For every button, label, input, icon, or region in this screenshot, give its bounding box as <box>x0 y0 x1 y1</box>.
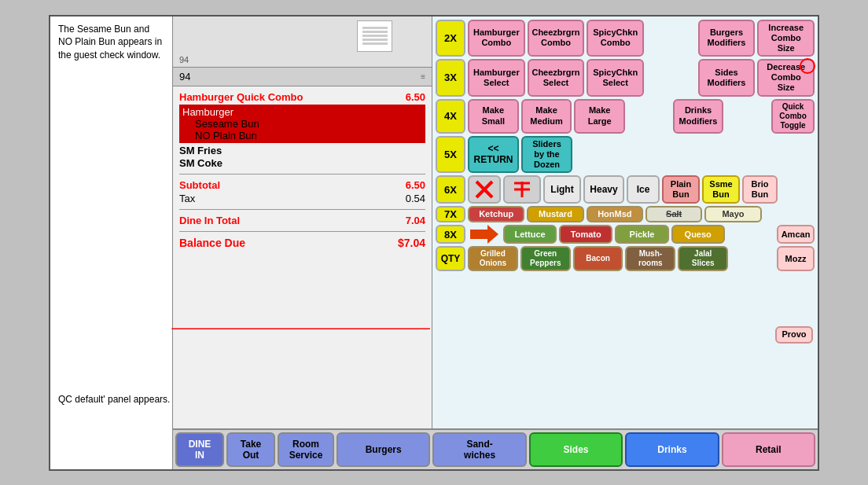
grid-row-6x: 6X Light <box>436 175 815 204</box>
mozz-btn[interactable]: Mozz <box>777 246 815 271</box>
dine-total-label: Dine In Total <box>179 215 240 226</box>
button-grid-area: 2X HamburgerCombo CheezbrgrnCombo SpicyC… <box>432 17 818 428</box>
subtotal-label: Subtotal <box>179 179 220 191</box>
balance-label: Balance Due <box>179 237 245 249</box>
drinks-modifiers-btn[interactable]: DrinksModifiers <box>673 99 724 134</box>
tomato-btn[interactable]: Tomato <box>559 225 612 244</box>
receipt-icon <box>357 20 392 52</box>
item1-label: Hamburger <box>182 106 422 118</box>
ketchup-btn[interactable]: Ketchup <box>468 206 524 222</box>
combo-price: 6.50 <box>406 91 425 103</box>
mult-6x[interactable]: 6X <box>436 175 465 204</box>
sliders-dozen-btn[interactable]: Slidersby theDozen <box>521 136 572 174</box>
nav-sandwiches[interactable]: Sand-wiches <box>432 432 526 467</box>
hamburger-combo-btn[interactable]: HamburgerCombo <box>468 20 525 57</box>
brio-bun-btn[interactable]: BrioBun <box>742 175 778 204</box>
sub1-label: Seseame Bun <box>182 118 422 130</box>
grid-row-3x: 3X HamburgerSelect CheezbrgrnSelect Spic… <box>436 59 815 97</box>
selected-item[interactable]: Hamburger Seseame Bun NO Plain Bun <box>179 105 425 143</box>
mushrooms-btn[interactable]: Mush-rooms <box>625 246 675 271</box>
plain-bun-btn[interactable]: PlainBun <box>662 175 700 204</box>
grid-row-5x: 5X << RETURN Slidersby theDozen <box>436 136 815 174</box>
pos-main: 94 94 ≡ Hamburger Quick Combo 6.50 Hambu… <box>173 17 818 428</box>
increase-combo-size-btn[interactable]: IncreaseCombo Size <box>757 20 815 57</box>
mult-5x[interactable]: 5X <box>436 136 465 174</box>
dine-total-value: 7.04 <box>406 215 425 226</box>
mustard-btn[interactable]: Mustard <box>527 206 583 222</box>
cheezbrgrn-combo-btn[interactable]: CheezbrgrnCombo <box>528 20 585 57</box>
balance-value: $7.04 <box>398 237 425 249</box>
grid-row-4x: 4X MakeSmall MakeMedium MakeLarge Drinks… <box>436 99 815 134</box>
dine-total-row: Dine In Total 7.04 <box>179 215 425 226</box>
salt-btn[interactable]: Salt <box>645 206 702 222</box>
burgers-modifiers-btn[interactable]: BurgersModifiers <box>698 20 756 57</box>
queso-btn[interactable]: Queso <box>671 225 725 244</box>
subheader-icon: ≡ <box>421 72 425 81</box>
ssme-bun-btn[interactable]: SsmeBun <box>702 175 740 204</box>
nav-burgers[interactable]: Burgers <box>337 432 430 467</box>
balance-row: Balance Due $7.04 <box>179 237 425 249</box>
extra-condiment-btn[interactable] <box>503 175 541 204</box>
heavy-condiment-btn[interactable]: Heavy <box>583 175 624 204</box>
nav-retail[interactable]: Retail <box>722 432 815 467</box>
nav-sides[interactable]: Sides <box>529 432 623 467</box>
annotation-area: The Sesame Bun and NO Plain Bun appears … <box>50 17 172 469</box>
cheezbrgrn-select-btn[interactable]: CheezbrgrnSelect <box>528 59 585 97</box>
guest-check-subheader: 94 ≡ <box>173 68 432 86</box>
ice-condiment-btn[interactable]: Ice <box>627 175 660 204</box>
main-container: The Sesame Bun and NO Plain Bun appears … <box>49 15 819 471</box>
grid-row-8x: 8X Lettuce Tomato Pickle Queso Amcan <box>436 225 815 244</box>
guest-check-header: 94 <box>173 17 432 68</box>
hamburger-select-btn[interactable]: HamburgerSelect <box>468 59 525 97</box>
item3-label: SM Coke <box>179 157 425 169</box>
grid-row-2x: 2X HamburgerCombo CheezbrgrnCombo SpicyC… <box>436 20 815 57</box>
grilled-onions-btn[interactable]: GrilledOnions <box>468 246 518 271</box>
qty-btn[interactable]: QTY <box>436 246 465 271</box>
decrease-combo-size-btn[interactable]: DecreaseCombo Size <box>757 59 815 97</box>
make-small-btn[interactable]: MakeSmall <box>468 99 519 134</box>
make-medium-btn[interactable]: MakeMedium <box>521 99 572 134</box>
spicychkn-combo-btn[interactable]: SpicyChknCombo <box>587 20 644 57</box>
mult-8x[interactable]: 8X <box>436 225 465 244</box>
combo-item: Hamburger Quick Combo 6.50 <box>179 91 425 103</box>
grid-row-7x: 7X Ketchup Mustard HonMsd Salt Mayo <box>436 206 815 222</box>
provo-btn[interactable]: Provo <box>775 326 813 343</box>
guest-check-panel: 94 94 ≡ Hamburger Quick Combo 6.50 Hambu… <box>173 17 432 428</box>
tax-value: 0.54 <box>406 193 425 204</box>
light-condiment-btn[interactable]: Light <box>543 175 581 204</box>
nav-take-out[interactable]: TakeOut <box>226 432 275 467</box>
quick-combo-toggle-btn[interactable]: QuickComboToggle <box>771 99 815 134</box>
mult-2x[interactable]: 2X <box>436 20 465 57</box>
jalapeno-slices-btn[interactable]: JalalSlices <box>678 246 728 271</box>
pickle-btn[interactable]: Pickle <box>615 225 668 244</box>
arrow-indicator <box>468 225 501 244</box>
green-peppers-btn[interactable]: GreenPeppers <box>520 246 571 271</box>
mult-4x[interactable]: 4X <box>436 99 465 134</box>
nav-room-service[interactable]: RoomService <box>278 432 334 467</box>
combo-label: Hamburger Quick Combo <box>179 91 303 103</box>
mayo-btn[interactable]: Mayo <box>704 206 761 222</box>
mult-3x[interactable]: 3X <box>436 59 465 97</box>
make-large-btn[interactable]: MakeLarge <box>574 99 625 134</box>
subtotal-row: Subtotal 6.50 <box>179 179 425 191</box>
honmsd-btn[interactable]: HonMsd <box>587 206 643 222</box>
return-btn[interactable]: << RETURN <box>468 136 519 174</box>
sub2-label: NO Plain Bun <box>182 130 422 141</box>
check-number: 94 <box>179 55 189 64</box>
spicychkn-select-btn[interactable]: SpicyChknSelect <box>587 59 644 97</box>
sides-modifiers-btn[interactable]: SidesModifiers <box>698 59 756 97</box>
lettuce-btn[interactable]: Lettuce <box>503 225 557 244</box>
subheader-number: 94 <box>179 71 190 83</box>
annotation-text1: The Sesame Bun and NO Plain Bun appears … <box>58 23 164 62</box>
amcan-btn[interactable]: Amcan <box>777 225 815 244</box>
bacon-btn[interactable]: Bacon <box>573 246 623 271</box>
item2-label: SM Fries <box>179 145 425 156</box>
nav-dine-in[interactable]: DINEIN <box>175 432 224 467</box>
tax-row: Tax 0.54 <box>179 193 425 204</box>
subtotal-value: 6.50 <box>406 179 425 191</box>
pos-area: 94 94 ≡ Hamburger Quick Combo 6.50 Hambu… <box>172 17 818 469</box>
nav-drinks[interactable]: Drinks <box>625 432 719 467</box>
mult-7x[interactable]: 7X <box>436 206 465 222</box>
no-condiment-btn[interactable] <box>468 175 501 204</box>
grid-row-qty: QTY GrilledOnions GreenPeppers Bacon Mus… <box>436 246 815 271</box>
